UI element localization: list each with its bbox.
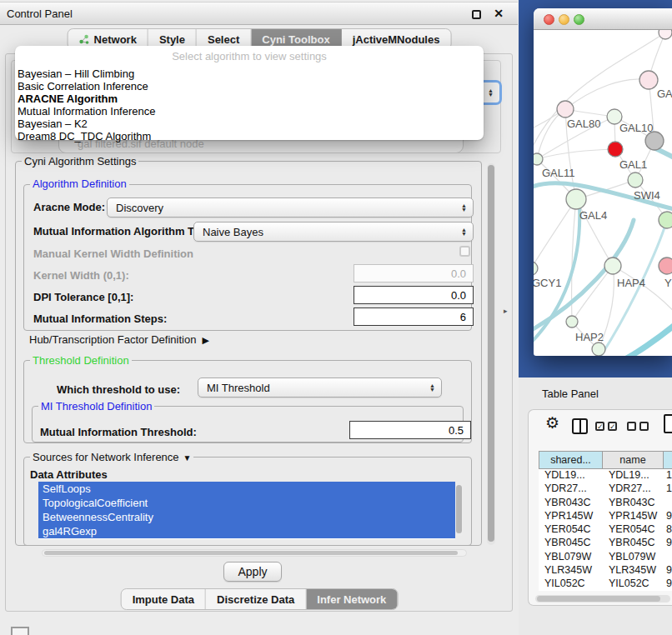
bottom-tab-impute-data[interactable]: Impute Data (122, 589, 206, 609)
column-header-name[interactable]: name (602, 451, 664, 469)
attribute-selfloops[interactable]: SelfLoops (38, 482, 455, 496)
table-cell: YPR145W (539, 510, 603, 523)
algorithm-option-dream8-dc-tdc-algorithm[interactable]: Dream8 DC_TDC Algorithm (18, 130, 481, 142)
network-node[interactable] (639, 71, 658, 89)
column-header-shared[interactable]: shared... (539, 451, 603, 469)
network-node[interactable] (628, 172, 643, 188)
algorithm-option-bayesian-k2[interactable]: Bayesian – K2 (18, 118, 481, 130)
mi-type-combobox[interactable]: Naive Bayes ▲▼ (193, 222, 474, 242)
network-node[interactable] (557, 101, 574, 118)
attribute-topologicalcoefficient[interactable]: TopologicalCoefficient (38, 496, 455, 510)
network-node-label: GAL80 (567, 118, 600, 130)
table-cell (664, 497, 672, 510)
bottom-tab-discretize-data[interactable]: Discretize Data (206, 589, 306, 609)
close-traffic-light[interactable] (544, 14, 554, 25)
network-edge[interactable] (572, 266, 613, 322)
zoom-traffic-light[interactable] (574, 14, 584, 25)
network-edge[interactable] (534, 32, 665, 155)
settings-vertical-scrollbar[interactable] (487, 163, 495, 545)
manual-kernel-checkbox[interactable] (459, 246, 470, 257)
checked-checkbox-icon[interactable]: ✓ (608, 422, 617, 431)
hub-definition-label: Hub/Transcription Factor Definition (29, 333, 196, 346)
network-node-label: GAL11 (542, 167, 575, 179)
settings-horizontal-scrollbar[interactable] (42, 549, 467, 557)
table-cell: YPR145W (603, 510, 664, 523)
sources-group-toggle[interactable]: Sources for Network Inference▼ (30, 451, 193, 463)
table-cell: YER054C (603, 523, 664, 537)
table-row[interactable]: YPR145WYPR145W9. (539, 510, 672, 523)
close-icon[interactable]: ✕ (494, 7, 504, 20)
table-cell: YBL079W (603, 551, 664, 564)
network-node[interactable] (534, 153, 543, 165)
network-edge[interactable] (537, 149, 615, 159)
split-view-icon[interactable] (572, 418, 588, 434)
table-row[interactable]: YBR043CYBR043C (539, 497, 672, 510)
column-header-cut[interactable] (663, 451, 672, 469)
panel-resize-handle[interactable]: ▸ (504, 307, 508, 315)
network-node[interactable] (604, 258, 621, 274)
network-edge[interactable] (534, 220, 634, 332)
scrollbar-thumb[interactable] (537, 596, 660, 602)
network-node[interactable] (566, 189, 586, 209)
algorithm-option-basic-correlation-inference[interactable]: Basic Correlation Inference (18, 80, 481, 92)
table-cell: 13 (664, 469, 672, 482)
network-edge[interactable] (534, 199, 576, 268)
aracne-mode-combobox[interactable]: Discovery ▲▼ (107, 198, 474, 218)
network-node[interactable] (592, 342, 605, 356)
table-row[interactable]: YIL052CYIL052C9 (539, 578, 672, 591)
network-edge[interactable] (565, 79, 649, 109)
network-node[interactable] (608, 142, 623, 157)
minimized-panel-chip[interactable] (11, 627, 29, 635)
attributes-list-scrollbar[interactable] (455, 483, 463, 537)
table-cell: YDR27... (603, 482, 664, 496)
table-row[interactable]: YLR345WYLR345W9. (539, 564, 672, 578)
network-node[interactable] (566, 316, 578, 328)
scrollbar-thumb[interactable] (456, 485, 462, 533)
float-window-icon[interactable] (472, 10, 481, 19)
algorithm-option-bayesian-hill-climbing[interactable]: Bayesian – Hill Climbing (18, 68, 481, 80)
table-row[interactable]: YBR045CYBR045C9. (539, 537, 672, 550)
dropdown-list: Bayesian – Hill ClimbingBasic Correlatio… (18, 68, 481, 142)
mi-threshold-field[interactable]: 0.5 (349, 421, 471, 439)
table-row[interactable]: YBL079WYBL079W (539, 551, 672, 564)
attribute-betweennesscentrality[interactable]: BetweennessCentrality (38, 510, 455, 524)
network-node-label: HAP2 (575, 331, 604, 343)
algorithm-option-aracne-algorithm[interactable]: ARACNE Algorithm (18, 92, 481, 105)
kernel-width-field[interactable]: 0.0 (354, 264, 474, 282)
network-node[interactable] (659, 30, 672, 39)
collapsed-arrow-icon[interactable]: ▶ (202, 335, 208, 345)
network-node[interactable] (659, 212, 672, 228)
which-threshold-combobox[interactable]: MI Threshold ▲▼ (198, 378, 442, 398)
table-cell: YBR043C (539, 497, 603, 510)
bottom-tab-infer-network[interactable]: Infer Network (306, 589, 397, 609)
table-cell: YLR345W (539, 564, 603, 578)
expanded-arrow-icon[interactable]: ▼ (183, 453, 192, 462)
network-node[interactable] (645, 132, 664, 150)
network-node[interactable] (659, 258, 672, 274)
hub-definition-toggle[interactable]: Hub/Transcription Factor Definition▶ (29, 333, 209, 346)
attribute-gal4rgexp[interactable]: gal4RGexp (38, 524, 455, 538)
mi-steps-field[interactable]: 6 (354, 308, 474, 326)
algorithm-option-mutual-information-inference[interactable]: Mutual Information Inference (18, 105, 481, 118)
table-row[interactable]: YER054CYER054C8. (539, 523, 672, 537)
table-row[interactable]: YDL19...YDL19...13 (539, 469, 672, 482)
table-row[interactable]: YDR27...YDR27...12 (539, 482, 672, 496)
unchecked-checkbox-icon[interactable] (639, 422, 649, 431)
network-node[interactable] (534, 262, 538, 275)
network-window-titlebar[interactable] (534, 8, 672, 30)
network-canvas[interactable]: GALGAL80GAL10GAL1GAL11SWI4GAL4GCY1HAP4YH… (534, 30, 672, 356)
document-icon[interactable] (664, 414, 672, 433)
dpi-tolerance-field[interactable]: 0.0 (354, 286, 474, 304)
apply-button[interactable]: Apply (223, 562, 282, 582)
settings-gear-icon[interactable]: ⚙ (545, 414, 559, 432)
table-horizontal-scrollbar[interactable] (535, 595, 670, 602)
minimize-traffic-light[interactable] (559, 14, 569, 25)
algorithm-definition-title: Algorithm Definition (30, 178, 129, 190)
scrollbar-thumb[interactable] (488, 165, 494, 542)
scrollbar-thumb[interactable] (44, 551, 458, 555)
network-node-label: GAL10 (619, 122, 653, 134)
network-edge[interactable] (620, 322, 672, 356)
checked-checkbox-icon[interactable]: ✓ (595, 422, 604, 431)
unchecked-checkbox-icon[interactable] (627, 422, 636, 431)
tab-label: Cyni Toolbox (262, 33, 329, 46)
